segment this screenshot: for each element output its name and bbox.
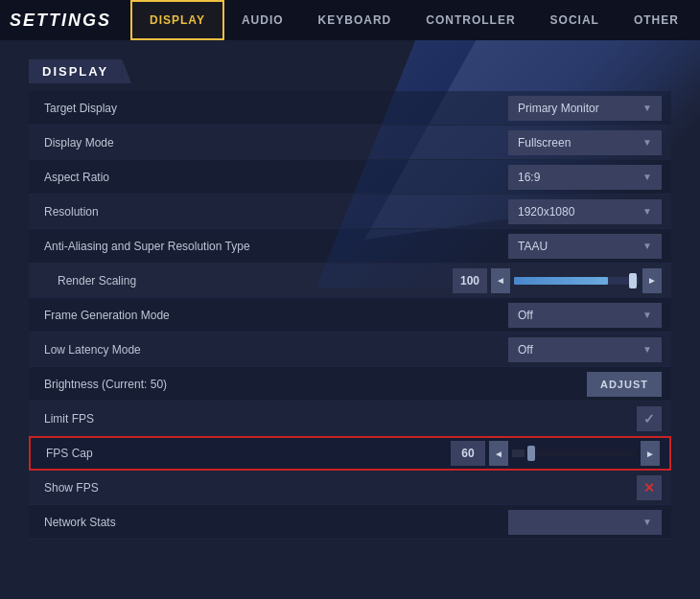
slider-left-btn[interactable]: ◄ — [491, 268, 510, 293]
label-resolution: Resolution — [29, 205, 508, 219]
top-bar: SETTINGS DISPLAY AUDIO KEYBOARD CONTROLL… — [0, 0, 700, 40]
label-display-mode: Display Mode — [29, 136, 508, 150]
show-fps-checkbox[interactable]: ✕ — [637, 475, 662, 500]
control-resolution: 1920x1080 ▼ — [508, 199, 671, 224]
dropdown-target-display[interactable]: Primary Monitor ▼ — [508, 96, 662, 121]
row-frame-generation: Frame Generation Mode Off ▼ — [29, 298, 671, 333]
section-title: DISPLAY — [29, 59, 122, 83]
chevron-down-icon: ▼ — [642, 344, 652, 355]
control-frame-generation: Off ▼ — [508, 303, 671, 328]
render-scaling-fill — [514, 277, 608, 285]
row-display-mode: Display Mode Fullscreen ▼ — [29, 126, 671, 160]
tab-display[interactable]: DISPLAY — [130, 0, 224, 40]
tab-accessibility[interactable]: ACCESSIBILITY — [696, 0, 700, 40]
dropdown-display-mode[interactable]: Fullscreen ▼ — [508, 130, 662, 155]
adjust-button[interactable]: ADJUST — [587, 372, 662, 397]
label-anti-aliasing: Anti-Aliasing and Super Resolution Type — [29, 240, 508, 253]
fps-cap-thumb — [527, 446, 535, 461]
slider-render-scaling: 100 ◄ ► — [453, 268, 662, 293]
chevron-down-icon: ▼ — [642, 206, 652, 217]
row-render-scaling: Render Scaling 100 ◄ ► — [29, 264, 671, 298]
row-aspect-ratio: Aspect Ratio 16:9 ▼ — [29, 160, 671, 195]
nav-tabs: DISPLAY AUDIO KEYBOARD CONTROLLER SOCIAL… — [130, 0, 700, 40]
chevron-down-icon: ▼ — [642, 103, 652, 113]
row-low-latency: Low Latency Mode Off ▼ — [29, 333, 671, 367]
dropdown-anti-aliasing[interactable]: TAAU ▼ — [508, 234, 662, 259]
control-fps-cap: 60 ◄ ► — [451, 441, 669, 466]
tab-other[interactable]: OTHER — [617, 0, 696, 40]
checkmark-icon: ✓ — [643, 411, 655, 426]
fps-cap-track[interactable] — [512, 449, 637, 457]
control-anti-aliasing: TAAU ▼ — [508, 234, 671, 259]
render-scaling-track[interactable] — [514, 277, 639, 285]
limit-fps-checkbox[interactable]: ✓ — [637, 406, 662, 431]
main-content: DISPLAY Target Display Primary Monitor ▼… — [0, 40, 700, 549]
control-brightness: ADJUST — [587, 372, 671, 397]
slider-fps-cap: 60 ◄ ► — [451, 441, 660, 466]
tab-social[interactable]: SOCIAL — [533, 0, 617, 40]
tab-controller[interactable]: CONTROLLER — [408, 0, 532, 40]
slider-right-btn[interactable]: ► — [642, 268, 662, 293]
dropdown-frame-generation[interactable]: Off ▼ — [508, 303, 662, 328]
row-limit-fps: Limit FPS ✓ — [29, 402, 671, 436]
label-frame-generation: Frame Generation Mode — [29, 309, 508, 322]
fps-cap-right-btn[interactable]: ► — [641, 441, 660, 466]
row-resolution: Resolution 1920x1080 ▼ — [29, 195, 671, 229]
label-show-fps: Show FPS — [29, 481, 637, 495]
chevron-down-icon: ▼ — [642, 241, 652, 251]
row-brightness: Brightness (Current: 50) ADJUST — [29, 367, 671, 402]
control-display-mode: Fullscreen ▼ — [508, 130, 671, 155]
dropdown-low-latency[interactable]: Off ▼ — [508, 337, 662, 362]
label-network-stats: Network Stats — [29, 516, 508, 529]
control-aspect-ratio: 16:9 ▼ — [508, 165, 671, 190]
render-scaling-value: 100 — [453, 268, 487, 293]
row-show-fps: Show FPS ✕ — [29, 471, 671, 505]
tab-keyboard[interactable]: KEYBOARD — [301, 0, 409, 40]
chevron-down-icon: ▼ — [642, 172, 652, 182]
dropdown-resolution[interactable]: 1920x1080 ▼ — [508, 199, 662, 224]
chevron-down-icon: ▼ — [642, 137, 652, 148]
row-anti-aliasing: Anti-Aliasing and Super Resolution Type … — [29, 229, 671, 264]
control-low-latency: Off ▼ — [508, 337, 671, 362]
fps-cap-fill — [512, 449, 525, 457]
control-network-stats: ▼ — [508, 510, 671, 535]
chevron-down-icon: ▼ — [642, 517, 652, 527]
row-network-stats: Network Stats ▼ — [29, 505, 671, 540]
x-mark-icon: ✕ — [643, 480, 655, 495]
chevron-down-icon: ▼ — [642, 310, 652, 320]
dropdown-network-stats[interactable]: ▼ — [508, 510, 662, 535]
control-target-display: Primary Monitor ▼ — [508, 96, 671, 121]
render-scaling-thumb — [629, 273, 637, 288]
fps-cap-left-btn[interactable]: ◄ — [489, 441, 508, 466]
row-fps-cap: FPS Cap 60 ◄ ► — [29, 436, 671, 471]
control-render-scaling: 100 ◄ ► — [453, 268, 671, 293]
label-render-scaling: Render Scaling — [29, 274, 453, 288]
app-title: SETTINGS — [10, 11, 111, 31]
label-brightness: Brightness (Current: 50) — [29, 378, 587, 391]
control-limit-fps: ✓ — [637, 406, 671, 431]
fps-cap-value: 60 — [451, 441, 485, 466]
section-header: DISPLAY — [29, 59, 671, 83]
label-low-latency: Low Latency Mode — [29, 343, 508, 357]
dropdown-aspect-ratio[interactable]: 16:9 ▼ — [508, 165, 662, 190]
tab-audio[interactable]: AUDIO — [224, 0, 301, 40]
label-aspect-ratio: Aspect Ratio — [29, 171, 508, 184]
label-fps-cap: FPS Cap — [31, 447, 451, 460]
control-show-fps: ✕ — [637, 475, 671, 500]
label-limit-fps: Limit FPS — [29, 412, 637, 426]
label-target-display: Target Display — [29, 102, 508, 115]
row-target-display: Target Display Primary Monitor ▼ — [29, 91, 671, 126]
